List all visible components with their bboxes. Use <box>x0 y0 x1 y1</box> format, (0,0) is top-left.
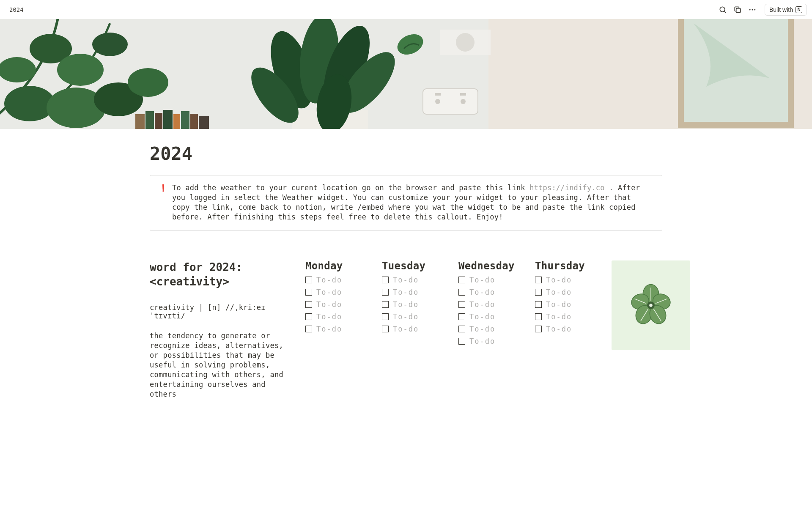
svg-point-19 <box>92 33 128 56</box>
checkbox-icon[interactable] <box>535 301 542 308</box>
todo-item[interactable]: To-do <box>305 312 371 321</box>
todo-label: To-do <box>316 300 342 309</box>
svg-point-0 <box>720 7 725 12</box>
more-icon[interactable] <box>746 3 760 16</box>
checkbox-icon[interactable] <box>305 326 312 332</box>
svg-rect-13 <box>460 93 466 96</box>
todo-item[interactable]: To-do <box>305 276 371 284</box>
word-of-year-block: word for 2024: <creativity> creativity |… <box>150 260 294 399</box>
checkbox-icon[interactable] <box>458 289 465 296</box>
todo-item[interactable]: To-do <box>535 300 601 309</box>
checkbox-icon[interactable] <box>305 277 312 283</box>
search-icon[interactable] <box>716 3 730 16</box>
svg-point-3 <box>749 9 751 10</box>
callout-link[interactable]: https://indify.co <box>529 184 604 192</box>
day-heading: Wednesday <box>458 260 524 272</box>
checkbox-icon[interactable] <box>305 313 312 320</box>
checkbox-icon[interactable] <box>535 277 542 283</box>
svg-rect-26 <box>155 113 162 129</box>
page-title: 2024 <box>150 143 662 164</box>
todo-label: To-do <box>316 325 342 333</box>
todo-label: To-do <box>393 312 419 321</box>
svg-line-1 <box>724 11 726 13</box>
checkbox-icon[interactable] <box>458 313 465 320</box>
page-content: 2024 ❗ To add the weather to your curent… <box>150 143 662 399</box>
checkbox-icon[interactable] <box>305 289 312 296</box>
todo-item[interactable]: To-do <box>382 288 447 296</box>
checkbox-icon[interactable] <box>382 289 389 296</box>
main-grid: word for 2024: <creativity> creativity |… <box>150 260 662 399</box>
checkbox-icon[interactable] <box>382 277 389 283</box>
todo-item[interactable]: To-do <box>458 312 524 321</box>
todo-item[interactable]: To-do <box>458 276 524 284</box>
checkbox-icon[interactable] <box>535 313 542 320</box>
checkbox-icon[interactable] <box>458 338 465 345</box>
day-heading: Tuesday <box>382 260 447 272</box>
todo-item[interactable]: To-do <box>305 300 371 309</box>
todo-item[interactable]: To-do <box>535 288 601 296</box>
todo-item[interactable]: To-do <box>305 288 371 296</box>
notion-logo-icon: N <box>796 6 802 13</box>
checkbox-icon[interactable] <box>458 301 465 308</box>
todo-label: To-do <box>393 300 419 309</box>
todo-item[interactable]: To-do <box>382 312 447 321</box>
todo-label: To-do <box>316 312 342 321</box>
todo-item[interactable]: To-do <box>458 325 524 333</box>
todo-item[interactable]: To-do <box>458 300 524 309</box>
svg-rect-2 <box>736 8 741 12</box>
todo-item[interactable]: To-do <box>458 337 524 345</box>
todo-item[interactable]: To-do <box>382 325 447 333</box>
svg-rect-9 <box>423 89 478 114</box>
checkbox-icon[interactable] <box>458 326 465 332</box>
todo-item[interactable]: To-do <box>305 325 371 333</box>
day-column-thursday: Thursday To-do To-do To-do To-do To-do <box>535 260 601 337</box>
todo-label: To-do <box>316 276 342 284</box>
svg-point-5 <box>754 9 756 10</box>
todo-label: To-do <box>393 276 419 284</box>
todo-item[interactable]: To-do <box>535 325 601 333</box>
todo-label: To-do <box>469 337 495 345</box>
todo-item[interactable]: To-do <box>458 288 524 296</box>
todo-label: To-do <box>393 288 419 296</box>
svg-point-10 <box>435 99 440 104</box>
top-bar: 2024 Built with N <box>0 0 812 19</box>
checkbox-icon[interactable] <box>535 326 542 332</box>
todo-item[interactable]: To-do <box>382 276 447 284</box>
day-heading: Monday <box>305 260 371 272</box>
todo-item[interactable]: To-do <box>535 312 601 321</box>
checkbox-icon[interactable] <box>458 277 465 283</box>
todo-label: To-do <box>469 276 495 284</box>
todo-label: To-do <box>546 288 572 296</box>
svg-point-4 <box>752 9 753 10</box>
cover-image <box>0 19 812 129</box>
todo-label: To-do <box>469 288 495 296</box>
svg-rect-29 <box>181 111 189 129</box>
day-column-tuesday: Tuesday To-do To-do To-do To-do To-do <box>382 260 447 337</box>
svg-rect-24 <box>135 114 145 129</box>
svg-rect-12 <box>435 93 441 96</box>
svg-point-23 <box>128 68 168 97</box>
todo-label: To-do <box>546 312 572 321</box>
callout-weather-tip: ❗ To add the weather to your curent loca… <box>150 175 662 231</box>
todo-label: To-do <box>469 325 495 333</box>
day-column-wednesday: Wednesday To-do To-do To-do To-do To-do … <box>458 260 524 350</box>
checkbox-icon[interactable] <box>382 301 389 308</box>
svg-point-18 <box>57 54 104 86</box>
todo-label: To-do <box>316 288 342 296</box>
checkbox-icon[interactable] <box>382 313 389 320</box>
checkbox-icon[interactable] <box>382 326 389 332</box>
todo-item[interactable]: To-do <box>535 276 601 284</box>
checkbox-icon[interactable] <box>305 301 312 308</box>
built-with-button[interactable]: Built with N <box>765 4 807 16</box>
word-heading: word for 2024: <creativity> <box>150 260 294 289</box>
word-heading-line2: <creativity> <box>150 275 229 288</box>
callout-text: To add the weather to your curent locati… <box>172 183 653 222</box>
svg-point-51 <box>649 304 653 307</box>
checkbox-icon[interactable] <box>535 289 542 296</box>
word-definition: the tendency to generate or recognize id… <box>150 331 294 399</box>
breadcrumb[interactable]: 2024 <box>7 5 26 15</box>
todo-item[interactable]: To-do <box>382 300 447 309</box>
callout-text-before: To add the weather to your curent locati… <box>172 184 529 192</box>
duplicate-icon[interactable] <box>731 3 745 16</box>
todo-label: To-do <box>546 300 572 309</box>
